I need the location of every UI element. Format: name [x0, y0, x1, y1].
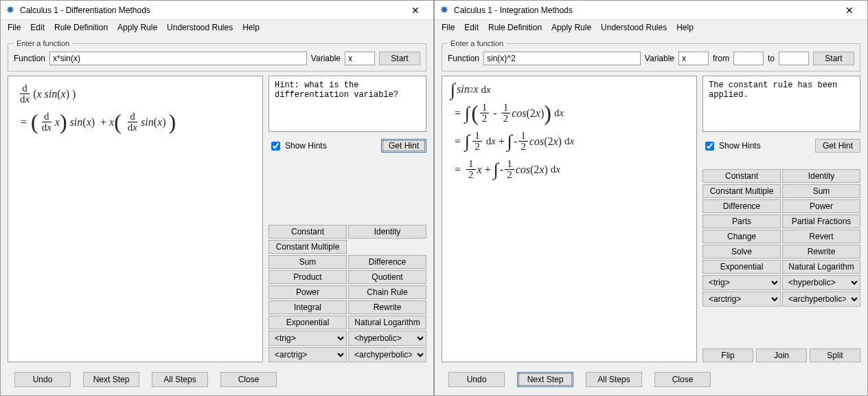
rule-arctrig-select[interactable]: <arctrig>: [703, 292, 781, 307]
enter-function-legend: Enter a function: [448, 39, 506, 47]
side-pane: The constant rule has been applied. Show…: [703, 76, 860, 362]
rule-sum[interactable]: Sum: [269, 255, 347, 269]
show-hints-input[interactable]: [271, 142, 280, 151]
menu-rule-definition[interactable]: Rule Definition: [488, 23, 542, 32]
rule-change[interactable]: Change: [703, 230, 781, 243]
maple-icon: [5, 5, 16, 16]
rule-difference[interactable]: Difference: [348, 255, 426, 269]
close-button[interactable]: ✕: [836, 1, 863, 19]
menu-understood-rules[interactable]: Understood Rules: [601, 23, 667, 32]
function-input[interactable]: [49, 52, 307, 65]
bottom-row: Undo Next Step All Steps Close: [442, 366, 860, 388]
rule-hyperbolic-select[interactable]: <hyperbolic>: [348, 331, 426, 346]
show-hints-checkbox[interactable]: Show Hints: [703, 140, 761, 153]
window-differentiation: Calculus 1 - Differentiation Methods ✕ F…: [0, 0, 434, 396]
get-hint-button[interactable]: Get Hint: [381, 139, 426, 153]
rule-rewrite[interactable]: Rewrite: [348, 300, 426, 314]
from-input[interactable]: [733, 52, 764, 65]
rule-arctrig-select[interactable]: <arctrig>: [269, 347, 347, 362]
rule-partial-fractions[interactable]: Partial Fractions: [782, 214, 860, 228]
rule-parts[interactable]: Parts: [703, 214, 781, 228]
menu-understood-rules[interactable]: Understood Rules: [167, 23, 233, 32]
menu-rule-definition[interactable]: Rule Definition: [54, 23, 108, 32]
titlebar: Calculus 1 - Integration Methods ✕: [435, 1, 867, 20]
menu-edit[interactable]: Edit: [464, 23, 479, 32]
extra-buttons: Flip Join Split: [703, 349, 860, 362]
rule-power[interactable]: Power: [269, 285, 347, 299]
rules-grid: Constant Identity Constant Multiple Sum …: [269, 225, 426, 362]
enter-function-group: Enter a function Function Variable from …: [442, 39, 860, 72]
function-input[interactable]: [483, 52, 641, 65]
rule-chain[interactable]: Chain Rule: [348, 285, 426, 299]
undo-button[interactable]: Undo: [14, 372, 71, 387]
start-button[interactable]: Start: [379, 52, 420, 65]
rule-constant-multiple[interactable]: Constant Multiple: [269, 240, 347, 254]
rule-natural-logarithm[interactable]: Natural Logarithm: [348, 316, 426, 329]
show-hints-input[interactable]: [705, 142, 714, 151]
variable-input[interactable]: [678, 52, 709, 65]
next-step-button[interactable]: Next Step: [83, 372, 139, 387]
menubar: File Edit Rule Definition Apply Rule Und…: [1, 20, 433, 35]
rule-exponential[interactable]: Exponential: [703, 260, 781, 274]
menu-file[interactable]: File: [442, 23, 455, 32]
rules-grid: Constant Identity Constant Multiple Sum …: [703, 169, 860, 307]
from-label: from: [713, 54, 729, 63]
to-label: to: [768, 54, 775, 63]
menu-apply-rule[interactable]: Apply Rule: [551, 23, 591, 32]
join-button[interactable]: Join: [756, 349, 807, 362]
get-hint-button[interactable]: Get Hint: [815, 139, 860, 153]
rule-natural-logarithm[interactable]: Natural Logarithm: [782, 260, 860, 274]
show-hints-checkbox[interactable]: Show Hints: [269, 140, 327, 153]
rule-identity[interactable]: Identity: [348, 225, 426, 239]
rule-archyperbolic-select[interactable]: <archyperbolic>: [782, 292, 860, 307]
variable-label: Variable: [311, 54, 341, 63]
maple-icon: [439, 5, 450, 16]
menu-apply-rule[interactable]: Apply Rule: [117, 23, 157, 32]
rule-hyperbolic-select[interactable]: <hyperbolic>: [782, 275, 860, 290]
rule-archyperbolic-select[interactable]: <archyperbolic>: [348, 347, 426, 362]
titlebar: Calculus 1 - Differentiation Methods ✕: [1, 1, 433, 20]
rule-quotient[interactable]: Quotient: [348, 270, 426, 284]
window-title: Calculus 1 - Integration Methods: [454, 6, 836, 15]
rule-exponential[interactable]: Exponential: [269, 316, 347, 329]
side-pane: Hint: what is the differentiation variab…: [269, 76, 426, 362]
rule-constant-multiple[interactable]: Constant Multiple: [703, 184, 781, 198]
undo-button[interactable]: Undo: [448, 372, 505, 387]
all-steps-button[interactable]: All Steps: [152, 372, 208, 387]
rule-constant[interactable]: Constant: [703, 169, 781, 183]
rule-sum[interactable]: Sum: [782, 184, 860, 198]
to-input[interactable]: [779, 52, 809, 65]
rule-identity[interactable]: Identity: [782, 169, 860, 183]
menubar: File Edit Rule Definition Apply Rule Und…: [435, 20, 867, 35]
window-integration: Calculus 1 - Integration Methods ✕ File …: [434, 0, 868, 396]
close-bottom-button[interactable]: Close: [220, 372, 277, 387]
close-button[interactable]: ✕: [402, 1, 429, 19]
menu-help[interactable]: Help: [676, 23, 694, 32]
function-label: Function: [14, 54, 45, 63]
rule-constant[interactable]: Constant: [269, 225, 347, 239]
variable-input[interactable]: [345, 52, 375, 65]
variable-label: Variable: [645, 54, 674, 63]
flip-button[interactable]: Flip: [703, 349, 753, 362]
rule-rewrite[interactable]: Rewrite: [782, 245, 860, 258]
rule-difference[interactable]: Difference: [703, 199, 781, 213]
rule-product[interactable]: Product: [269, 270, 347, 284]
split-button[interactable]: Split: [810, 349, 860, 362]
rule-trig-select[interactable]: <trig>: [269, 331, 347, 346]
rule-trig-select[interactable]: <trig>: [703, 275, 781, 290]
enter-function-legend: Enter a function: [14, 39, 72, 47]
work-pane: ∫sin2xdx =∫ ( 12 - 12 cos(2x) ) dx =∫ 12: [442, 76, 697, 362]
next-step-button[interactable]: Next Step: [517, 372, 573, 387]
menu-file[interactable]: File: [8, 23, 21, 32]
all-steps-button[interactable]: All Steps: [586, 372, 642, 387]
bottom-row: Undo Next Step All Steps Close: [8, 366, 426, 388]
menu-help[interactable]: Help: [242, 23, 260, 32]
rule-revert[interactable]: Revert: [782, 230, 860, 243]
rule-integral[interactable]: Integral: [269, 300, 347, 314]
rule-power[interactable]: Power: [782, 199, 860, 213]
rule-solve[interactable]: Solve: [703, 245, 781, 258]
close-bottom-button[interactable]: Close: [654, 372, 711, 387]
menu-edit[interactable]: Edit: [30, 23, 45, 32]
start-button[interactable]: Start: [813, 52, 854, 65]
hint-box: Hint: what is the differentiation variab…: [269, 76, 426, 132]
